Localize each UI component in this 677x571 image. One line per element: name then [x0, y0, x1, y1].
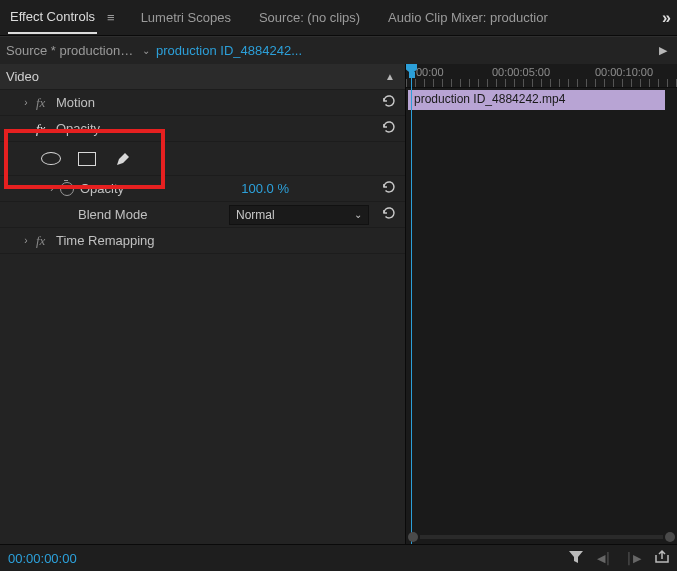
- step-back-icon[interactable]: ◀│: [597, 552, 612, 565]
- fx-badge-icon: fx: [36, 233, 52, 249]
- reset-param-icon[interactable]: [379, 206, 399, 224]
- export-frame-icon[interactable]: [655, 551, 669, 566]
- video-header-label: Video: [6, 69, 39, 84]
- step-forward-icon[interactable]: │▶: [626, 552, 641, 565]
- time-remapping-label: Time Remapping: [56, 233, 155, 248]
- collapse-icon[interactable]: ▲: [385, 71, 399, 82]
- blend-mode-dropdown[interactable]: Normal ⌄: [229, 205, 369, 225]
- filter-icon[interactable]: [569, 551, 583, 566]
- video-section-header[interactable]: Video ▲: [0, 64, 405, 90]
- motion-effect-row[interactable]: › fx Motion: [0, 90, 405, 116]
- tab-lumetri-scopes[interactable]: Lumetri Scopes: [139, 2, 233, 33]
- chevron-down-icon: ⌄: [354, 209, 362, 220]
- panel-tab-bar: Effect Controls ≡ Lumetri Scopes Source:…: [0, 0, 677, 36]
- source-clip-selector: Source * production ID_48... ⌄ productio…: [0, 36, 677, 64]
- blend-mode-label: Blend Mode: [78, 207, 147, 222]
- fx-badge-icon: fx: [36, 95, 52, 111]
- playhead-line[interactable]: [411, 64, 412, 544]
- reset-param-icon[interactable]: [379, 180, 399, 198]
- zoom-handle-left[interactable]: [408, 532, 418, 542]
- time-remapping-row[interactable]: › fx Time Remapping: [0, 228, 405, 254]
- current-timecode[interactable]: 00:00:00:00: [8, 551, 77, 566]
- annotation-highlight: [4, 129, 165, 189]
- blend-mode-value: Normal: [236, 208, 275, 222]
- blend-mode-row: Blend Mode Normal ⌄: [0, 202, 405, 228]
- ruler-tick: 00:00: [416, 66, 444, 78]
- opacity-value[interactable]: 100.0 %: [241, 181, 289, 196]
- ruler-tick: 00:00:10:00: [595, 66, 653, 78]
- ruler-tick: 00:00:05:00: [492, 66, 550, 78]
- tab-effect-controls[interactable]: Effect Controls: [8, 1, 97, 34]
- source-dropdown-icon[interactable]: ⌄: [136, 45, 156, 56]
- tab-source[interactable]: Source: (no clips): [257, 2, 362, 33]
- tab-audio-clip-mixer[interactable]: Audio Clip Mixer: productior: [386, 2, 550, 33]
- active-clip-link[interactable]: production ID_4884242...: [156, 43, 302, 58]
- panel-menu-icon[interactable]: ≡: [107, 10, 115, 25]
- time-ruler[interactable]: 00:00 00:00:05:00 00:00:10:00: [406, 64, 677, 88]
- clip-duration-bar[interactable]: production ID_4884242.mp4: [408, 90, 665, 110]
- zoom-handle-right[interactable]: [665, 532, 675, 542]
- twirl-icon[interactable]: ›: [20, 97, 32, 108]
- footer-bar: 00:00:00:00 ◀│ │▶: [0, 544, 677, 571]
- reset-effect-icon[interactable]: [379, 94, 399, 112]
- reset-effect-icon[interactable]: [379, 120, 399, 138]
- motion-label: Motion: [56, 95, 95, 110]
- mini-timeline: 00:00 00:00:05:00 00:00:10:00 production…: [405, 64, 677, 544]
- timeline-zoom-scrollbar[interactable]: [406, 530, 677, 544]
- play-only-icon[interactable]: ▶: [655, 44, 671, 57]
- twirl-icon[interactable]: ›: [20, 235, 32, 246]
- source-master-label: Source * production ID_48...: [6, 43, 136, 58]
- tab-overflow-icon[interactable]: »: [662, 9, 669, 27]
